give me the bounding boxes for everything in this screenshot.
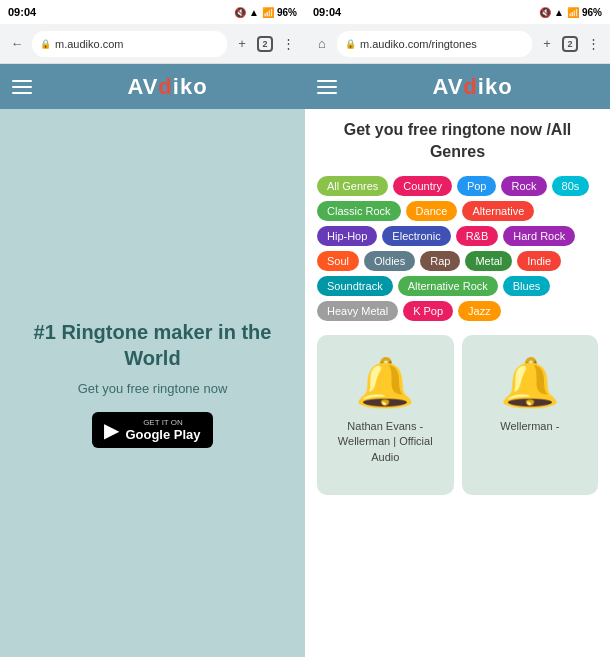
- battery-left: 96%: [277, 7, 297, 18]
- lock-icon-left: 🔒: [40, 39, 51, 49]
- url-left: m.audiko.com: [55, 38, 123, 50]
- genre-tag-country[interactable]: Country: [393, 176, 452, 196]
- hamburger-line: [12, 86, 32, 88]
- hamburger-line: [317, 86, 337, 88]
- genre-tag-soundtrack[interactable]: Soundtrack: [317, 276, 393, 296]
- hamburger-right[interactable]: [317, 72, 347, 102]
- genre-tag-indie[interactable]: Indie: [517, 251, 561, 271]
- back-btn-left[interactable]: ←: [6, 33, 28, 55]
- wifi-icon-r: 📶: [567, 7, 579, 18]
- hamburger-line: [12, 80, 32, 82]
- genre-tag-alternative[interactable]: Alternative: [462, 201, 534, 221]
- status-bar-left: 09:04 🔇 ▲ 📶 96%: [0, 0, 305, 24]
- bell-icon-1: 🔔: [500, 355, 560, 411]
- genre-tag-rock[interactable]: Rock: [501, 176, 546, 196]
- left-panel: #1 Ringtone maker in the World Get you f…: [0, 109, 305, 657]
- genre-tag-electronic[interactable]: Electronic: [382, 226, 450, 246]
- card-title-0: Nathan Evans - Wellerman | Official Audi…: [325, 419, 446, 465]
- status-icons-right: 🔇 ▲ 📶 96%: [539, 7, 602, 18]
- menu-btn-right[interactable]: ⋮: [582, 33, 604, 55]
- menu-btn-left[interactable]: ⋮: [277, 33, 299, 55]
- music-card-1[interactable]: 🔔Wellerman -: [462, 335, 599, 495]
- right-panel: Get you free ringtone now /All Genres Al…: [305, 109, 610, 657]
- genre-tags: All GenresCountryPopRock80sClassic RockD…: [317, 176, 598, 321]
- genre-tag-r&b[interactable]: R&B: [456, 226, 499, 246]
- genre-tag-oldies[interactable]: Oldies: [364, 251, 415, 271]
- mute-icon-r: 🔇: [539, 7, 551, 18]
- hamburger-left[interactable]: [12, 72, 42, 102]
- address-bar-left[interactable]: 🔒 m.audiko.com: [32, 31, 227, 57]
- nav-header-right: AVdiko: [305, 64, 610, 109]
- google-play-icon: ▶: [104, 418, 119, 442]
- ringtone-headline: #1 Ringtone maker in the World: [20, 319, 285, 371]
- bell-icon-0: 🔔: [355, 355, 415, 411]
- hamburger-line: [317, 92, 337, 94]
- hamburger-line: [12, 92, 32, 94]
- nav-header-left: AVdiko: [0, 64, 305, 109]
- card-title-1: Wellerman -: [500, 419, 559, 434]
- google-play-button[interactable]: ▶ GET IT ON Google Play: [92, 412, 212, 448]
- logo-right: AVdiko: [432, 74, 512, 100]
- genre-tag-heavy-metal[interactable]: Heavy Metal: [317, 301, 398, 321]
- signal-icon-r: ▲: [554, 7, 564, 18]
- signal-icon: ▲: [249, 7, 259, 18]
- status-bars: 09:04 🔇 ▲ 📶 96% 09:04 🔇 ▲ 📶 96%: [0, 0, 610, 24]
- genre-tag-soul[interactable]: Soul: [317, 251, 359, 271]
- wifi-icon: 📶: [262, 7, 274, 18]
- plus-btn-left[interactable]: +: [231, 33, 253, 55]
- status-bar-right: 09:04 🔇 ▲ 📶 96%: [305, 0, 610, 24]
- page-title: Get you free ringtone now /All Genres: [317, 119, 598, 164]
- nav-headers: AVdiko AVdiko: [0, 64, 610, 109]
- lock-icon-right: 🔒: [345, 39, 356, 49]
- genre-tag-blues[interactable]: Blues: [503, 276, 551, 296]
- genre-tag-classic-rock[interactable]: Classic Rock: [317, 201, 401, 221]
- genre-tag-all-genres[interactable]: All Genres: [317, 176, 388, 196]
- address-bar-right[interactable]: 🔒 m.audiko.com/ringtones: [337, 31, 532, 57]
- hamburger-line: [317, 80, 337, 82]
- time-left: 09:04: [8, 6, 36, 18]
- url-right: m.audiko.com/ringtones: [360, 38, 477, 50]
- genre-tag-k-pop[interactable]: K Pop: [403, 301, 453, 321]
- browser-bar-left: ← 🔒 m.audiko.com + 2 ⋮: [0, 24, 305, 64]
- genre-tag-dance[interactable]: Dance: [406, 201, 458, 221]
- music-cards: 🔔Nathan Evans - Wellerman | Official Aud…: [317, 335, 598, 495]
- status-icons-left: 🔇 ▲ 📶 96%: [234, 7, 297, 18]
- genre-tag-hard-rock[interactable]: Hard Rock: [503, 226, 575, 246]
- main-split: #1 Ringtone maker in the World Get you f…: [0, 109, 610, 657]
- genre-tag-rap[interactable]: Rap: [420, 251, 460, 271]
- mute-icon: 🔇: [234, 7, 246, 18]
- google-play-label: Google Play: [125, 427, 200, 442]
- genre-tag-jazz[interactable]: Jazz: [458, 301, 501, 321]
- genre-tag-hip-hop[interactable]: Hip-Hop: [317, 226, 377, 246]
- tabs-badge-left[interactable]: 2: [257, 36, 273, 52]
- genre-tag-pop[interactable]: Pop: [457, 176, 497, 196]
- logo-left: AVdiko: [127, 74, 207, 100]
- browser-bars: ← 🔒 m.audiko.com + 2 ⋮ ⌂ 🔒 m.audiko.com/…: [0, 24, 610, 64]
- music-card-0[interactable]: 🔔Nathan Evans - Wellerman | Official Aud…: [317, 335, 454, 495]
- plus-btn-right[interactable]: +: [536, 33, 558, 55]
- browser-bar-right: ⌂ 🔒 m.audiko.com/ringtones + 2 ⋮: [305, 24, 610, 64]
- tabs-badge-right[interactable]: 2: [562, 36, 578, 52]
- time-right: 09:04: [313, 6, 341, 18]
- battery-right: 96%: [582, 7, 602, 18]
- ringtone-subtext: Get you free ringtone now: [78, 381, 228, 396]
- home-btn-right[interactable]: ⌂: [311, 33, 333, 55]
- genre-tag-metal[interactable]: Metal: [465, 251, 512, 271]
- get-it-on-label: GET IT ON: [125, 418, 200, 427]
- genre-tag-80s[interactable]: 80s: [552, 176, 590, 196]
- genre-tag-alternative-rock[interactable]: Alternative Rock: [398, 276, 498, 296]
